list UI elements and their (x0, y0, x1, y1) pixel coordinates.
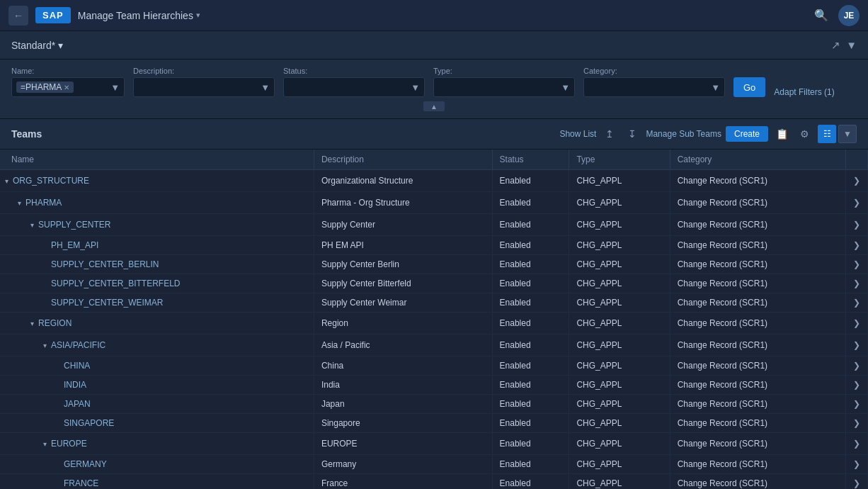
nav-arrow-icon[interactable]: ❯ (853, 478, 860, 488)
cell-nav-arrow[interactable]: ❯ (846, 414, 868, 433)
cell-nav-arrow[interactable]: ❯ (846, 170, 868, 192)
nav-arrow-icon[interactable]: ❯ (853, 259, 860, 269)
table-view-button[interactable]: ☷ (818, 125, 836, 143)
filter-description-input[interactable]: ▼ (133, 77, 275, 97)
back-button[interactable]: ← (8, 6, 28, 26)
cell-nav-arrow[interactable]: ❯ (846, 236, 868, 255)
cell-status: Enabled (492, 356, 569, 376)
section-header-actions: Show List ↥ ↧ Manage Sub Teams Create 📋 … (559, 125, 857, 143)
go-button[interactable]: Go (733, 77, 765, 97)
filter-collapse-button[interactable]: ▲ (423, 101, 445, 111)
title-chevron[interactable]: ▾ (196, 11, 200, 20)
filter-name-token-close[interactable]: ✕ (64, 84, 69, 91)
nav-arrow-icon[interactable]: ❯ (853, 361, 860, 371)
tree-toggle-icon[interactable]: ▾ (25, 317, 38, 330)
tree-toggle-icon[interactable]: ▾ (25, 218, 38, 231)
cell-nav-arrow[interactable]: ❯ (846, 433, 868, 455)
cell-description: EUROPE (314, 433, 492, 455)
cell-description: Supply Center Weimar (314, 293, 492, 313)
manage-sub-teams-button[interactable]: Manage Sub Teams (646, 129, 721, 139)
nav-arrow-icon[interactable]: ❯ (853, 198, 860, 208)
tree-toggle-icon[interactable]: ▾ (38, 339, 51, 352)
cell-name: INDIA (0, 376, 314, 395)
cell-nav-arrow[interactable]: ❯ (846, 356, 868, 376)
view-title-chevron[interactable]: ▾ (58, 40, 63, 51)
user-avatar[interactable]: JE (838, 5, 860, 26)
row-name-text: CHINA (64, 361, 90, 371)
cell-status: Enabled (492, 395, 569, 414)
cell-category: Change Record (SCR1) (670, 395, 845, 414)
cell-nav-arrow[interactable]: ❯ (846, 192, 868, 214)
cell-nav-arrow[interactable]: ❯ (846, 293, 868, 313)
nav-arrow-icon[interactable]: ❯ (853, 439, 860, 449)
cell-nav-arrow[interactable]: ❯ (846, 335, 868, 356)
nav-arrow-icon[interactable]: ❯ (853, 240, 860, 250)
download-icon-button[interactable]: ↧ (623, 125, 641, 143)
cell-type: CHG_APPL (569, 313, 670, 335)
cell-nav-arrow[interactable]: ❯ (846, 313, 868, 335)
table-row: ▾EUROPEEUROPEEnabledCHG_APPLChange Recor… (0, 433, 868, 455)
cell-status: Enabled (492, 192, 569, 214)
table-row: SUPPLY_CENTER_BITTERFELDSupply Center Bi… (0, 274, 868, 293)
adapt-filters-button[interactable]: Adapt Filters (1) (774, 87, 834, 97)
cell-nav-arrow[interactable]: ❯ (846, 274, 868, 293)
filter-status-input[interactable]: ▼ (283, 77, 425, 97)
more-options-icon[interactable]: ▼ (846, 39, 857, 51)
nav-arrow-icon[interactable]: ❯ (853, 220, 860, 230)
filter-category-field[interactable] (588, 82, 711, 92)
cell-nav-arrow[interactable]: ❯ (846, 474, 868, 490)
nav-arrow-icon[interactable]: ❯ (853, 279, 860, 288)
nav-arrow-icon[interactable]: ❯ (853, 298, 860, 308)
table-row: ▾ASIA/PACIFICAsia / PacificEnabledCHG_AP… (0, 335, 868, 356)
filter-name-input[interactable]: =PHARMA ✕ ▼ (11, 77, 125, 97)
nav-arrow-icon[interactable]: ❯ (853, 459, 860, 469)
cell-nav-arrow[interactable]: ❯ (846, 255, 868, 274)
cell-nav-arrow[interactable]: ❯ (846, 395, 868, 414)
cell-category: Change Record (SCR1) (670, 414, 845, 433)
cell-name: SINGAPORE (0, 414, 314, 433)
upload-icon-button[interactable]: ↥ (600, 125, 619, 143)
cell-description: Germany (314, 455, 492, 474)
tree-toggle-icon[interactable]: ▾ (38, 437, 51, 450)
col-header-category: Category (670, 150, 845, 170)
nav-arrow-icon[interactable]: ❯ (853, 176, 860, 186)
cell-description: PH EM API (314, 236, 492, 255)
col-header-status: Status (492, 150, 569, 170)
filter-category-input[interactable]: ▼ (583, 77, 725, 97)
cell-nav-arrow[interactable]: ❯ (846, 376, 868, 395)
nav-arrow-icon[interactable]: ❯ (853, 399, 860, 409)
cell-category: Change Record (SCR1) (670, 433, 845, 455)
filter-type-value-help-icon[interactable]: ▼ (561, 82, 570, 93)
copy-icon-button[interactable]: 📋 (772, 125, 791, 143)
filter-status-field[interactable] (288, 82, 411, 92)
cell-category: Change Record (SCR1) (670, 335, 845, 356)
nav-arrow-icon[interactable]: ❯ (853, 380, 860, 390)
nav-arrow-icon[interactable]: ❯ (853, 418, 860, 428)
show-list-button[interactable]: Show List (559, 129, 596, 139)
filter-type-input[interactable]: ▼ (433, 77, 575, 97)
cell-name: SUPPLY_CENTER_BERLIN (0, 255, 314, 274)
tree-toggle-icon[interactable]: ▾ (0, 174, 13, 187)
table-row: SUPPLY_CENTER_WEIMARSupply Center Weimar… (0, 293, 868, 313)
filter-description-value-help-icon[interactable]: ▼ (261, 82, 270, 93)
tree-toggle-icon[interactable]: ▾ (13, 196, 25, 209)
filter-status-value-help-icon[interactable]: ▼ (411, 82, 420, 93)
cell-type: CHG_APPL (569, 433, 670, 455)
search-icon[interactable]: 🔍 (811, 6, 831, 26)
nav-arrow-icon[interactable]: ❯ (853, 318, 860, 328)
cell-status: Enabled (492, 293, 569, 313)
create-button[interactable]: Create (726, 126, 768, 142)
cell-nav-arrow[interactable]: ❯ (846, 455, 868, 474)
more-view-button[interactable]: ▼ (838, 125, 857, 143)
filter-description-group: Description: ▼ (133, 67, 275, 97)
cell-nav-arrow[interactable]: ❯ (846, 214, 868, 236)
settings-icon-button[interactable]: ⚙ (795, 125, 813, 143)
nav-arrow-icon[interactable]: ❯ (853, 340, 860, 350)
filter-description-field[interactable] (138, 82, 261, 92)
cell-status: Enabled (492, 313, 569, 335)
filter-category-value-help-icon[interactable]: ▼ (711, 82, 720, 93)
filter-name-value-help-icon[interactable]: ▼ (110, 82, 120, 93)
table-row: JAPANJapanEnabledCHG_APPLChange Record (… (0, 395, 868, 414)
filter-type-field[interactable] (438, 82, 561, 92)
export-icon[interactable]: ↗ (831, 39, 840, 52)
